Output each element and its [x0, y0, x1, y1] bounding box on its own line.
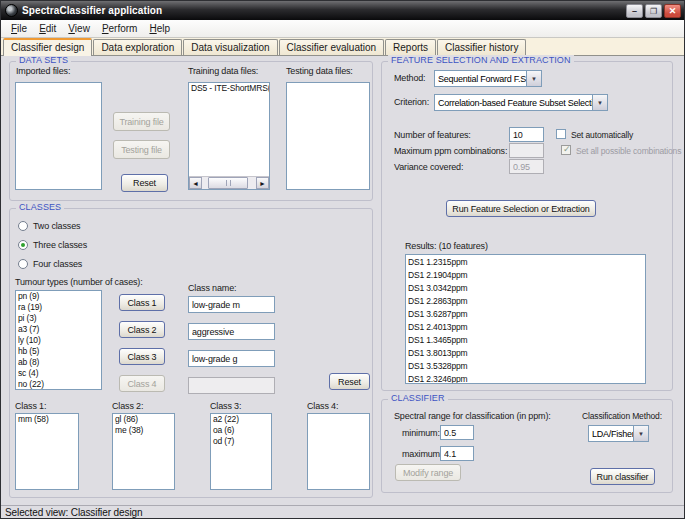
status-bar: Selected view: Classifier design [1, 505, 684, 519]
class1-list[interactable]: mm (58) [15, 413, 79, 490]
list-item[interactable]: a3 (7) [16, 324, 101, 335]
method-label: Method: [394, 73, 425, 83]
radio-two-classes[interactable]: Two classes [18, 221, 80, 231]
results-list[interactable]: DS1 1.2315ppmDS1 2.1904ppmDS1 3.0342ppmD… [405, 254, 646, 384]
maximum-field[interactable] [440, 446, 474, 461]
tab-classifier-evaluation[interactable]: Classifier evaluation [279, 39, 385, 55]
radio-four-classes[interactable]: Four classes [18, 259, 82, 269]
list-item[interactable]: DS1 3.5328ppm [406, 360, 645, 373]
feature-selection-title: FEATURE SELECTION AND EXTRACTION [388, 55, 574, 65]
max-ppm-label: Maximum ppm combinations: [394, 146, 507, 156]
method-dropdown[interactable]: Sequential Forward F.S. [434, 70, 542, 87]
training-files-list[interactable]: DS5 - ITE-ShortMRS(cor [188, 82, 270, 190]
classes-title: CLASSES [16, 202, 64, 212]
menu-perform[interactable]: Perform [96, 21, 144, 36]
class2-list[interactable]: gl (86)me (38) [112, 413, 175, 490]
training-files-label: Training data files: [188, 66, 258, 76]
menu-edit[interactable]: Edit [33, 21, 62, 36]
chevron-down-icon[interactable] [592, 95, 607, 110]
list-item[interactable]: DS1 1.2315ppm [406, 256, 645, 269]
set-automatically-checkbox[interactable] [556, 129, 566, 139]
list-item[interactable]: DS5 - ITE-ShortMRS(cor [189, 83, 269, 94]
scroll-left-icon[interactable] [189, 177, 202, 189]
tab-data-visualization[interactable]: Data visualization [183, 39, 277, 55]
num-features-label: Number of features: [394, 130, 471, 140]
method-value: Sequential Forward F.S. [435, 74, 526, 84]
menu-view[interactable]: View [62, 21, 96, 36]
class2-name-field[interactable] [188, 323, 275, 340]
class3-list[interactable]: a2 (22)oa (6)od (7) [210, 413, 272, 490]
run-feature-selection-button[interactable]: Run Feature Selection or Extraction [446, 200, 596, 217]
maximum-label: maximum: [402, 449, 442, 459]
max-ppm-field[interactable] [509, 143, 544, 158]
list-item[interactable]: ly (10) [16, 335, 101, 346]
class1-button[interactable]: Class 1 [119, 294, 165, 311]
tab-data-exploration[interactable]: Data exploration [93, 39, 182, 55]
scrollbar-thumb[interactable] [208, 177, 248, 189]
list-item[interactable]: pi (3) [16, 313, 101, 324]
class1-name-field[interactable] [188, 296, 275, 313]
maximize-button[interactable] [645, 4, 662, 18]
class3-button[interactable]: Class 3 [119, 348, 165, 365]
list-item[interactable]: oa (6) [211, 425, 271, 436]
list-item[interactable]: DS1 1.3465ppm [406, 334, 645, 347]
chevron-down-icon[interactable] [633, 426, 648, 441]
tumour-types-list[interactable]: pn (9)ra (19)pi (3)a3 (7)ly (10)hb (5)ab… [15, 290, 102, 390]
classification-method-dropdown[interactable]: LDA/Fisher [588, 425, 649, 442]
scroll-right-icon[interactable] [256, 177, 269, 189]
list-item[interactable]: gl (86) [113, 414, 174, 425]
list-item[interactable]: DS1 3.0342ppm [406, 282, 645, 295]
list-item[interactable]: DS1 3.8013ppm [406, 347, 645, 360]
class4-name-field[interactable] [188, 377, 275, 394]
list-item[interactable]: DS1 2.1904ppm [406, 269, 645, 282]
class4-button[interactable]: Class 4 [119, 375, 165, 392]
class3-name-field[interactable] [188, 350, 275, 367]
classes-reset-button[interactable]: Reset [329, 373, 370, 390]
run-classifier-button[interactable]: Run classifier [590, 468, 655, 485]
horizontal-scrollbar[interactable] [189, 176, 269, 189]
title-bar[interactable]: SpectraClassifier application [1, 1, 684, 20]
list-item[interactable]: DS1 2.2863ppm [406, 295, 645, 308]
radio-three-classes[interactable]: Three classes [18, 240, 87, 250]
list-item[interactable]: ab (8) [16, 357, 101, 368]
menu-file[interactable]: File [5, 21, 33, 36]
list-item[interactable]: no (22) [16, 379, 101, 390]
list-item[interactable]: ra (19) [16, 302, 101, 313]
num-features-field[interactable] [509, 127, 544, 142]
list-item[interactable]: hb (5) [16, 346, 101, 357]
list-item[interactable]: DS1 2.3246ppm [406, 373, 645, 384]
menu-help[interactable]: Help [143, 21, 176, 36]
set-all-combinations-checkbox[interactable] [561, 145, 571, 155]
list-item[interactable]: DS1 2.4013ppm [406, 321, 645, 334]
close-button[interactable] [664, 4, 681, 18]
classifier-design-panel: DATA SETS Imported files: Training file … [1, 56, 685, 505]
list-item[interactable]: pn (9) [16, 291, 101, 302]
criterion-dropdown[interactable]: Correlation-based Feature Subset Selecti… [434, 94, 608, 111]
list-item[interactable]: me (38) [113, 425, 174, 436]
tab-classifier-history[interactable]: Classifier history [437, 39, 526, 55]
tab-classifier-design[interactable]: Classifier design [3, 38, 92, 56]
list-item[interactable]: mm (58) [16, 414, 78, 425]
variance-field[interactable] [509, 159, 544, 174]
class2-button[interactable]: Class 2 [119, 321, 165, 338]
chevron-down-icon[interactable] [526, 71, 541, 86]
tab-reports[interactable]: Reports [385, 39, 436, 55]
list-item[interactable]: a2 (22) [211, 414, 271, 425]
modify-range-button[interactable]: Modify range [395, 464, 461, 481]
minimum-label: minimum: [402, 428, 440, 438]
imported-files-list[interactable] [15, 82, 102, 190]
set-all-combinations-label: Set all possible combinations [576, 146, 681, 156]
minimize-button[interactable] [626, 4, 643, 18]
radio-icon [18, 240, 28, 250]
radio-icon [18, 259, 28, 269]
list-item[interactable]: sc (4) [16, 368, 101, 379]
training-file-button[interactable]: Training file [113, 112, 170, 131]
minimum-field[interactable] [440, 425, 474, 440]
datasets-reset-button[interactable]: Reset [121, 174, 168, 192]
list-item[interactable]: DS1 3.6287ppm [406, 308, 645, 321]
testing-file-button[interactable]: Testing file [113, 140, 170, 159]
class4-list[interactable] [307, 413, 370, 490]
classifier-group: CLASSIFIER Spectral range for classifica… [381, 399, 673, 493]
testing-files-list[interactable] [286, 82, 370, 190]
list-item[interactable]: od (7) [211, 436, 271, 447]
